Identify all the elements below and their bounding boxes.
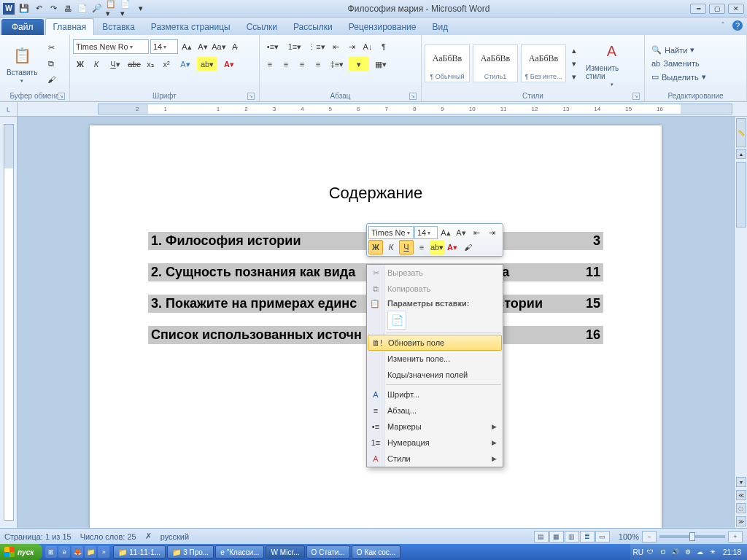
- tab-selector[interactable]: L: [0, 102, 18, 116]
- tab-insert[interactable]: Вставка: [94, 18, 143, 35]
- shrink-font-icon[interactable]: A▾: [196, 39, 210, 54]
- copy-icon[interactable]: ⧉: [44, 56, 58, 71]
- style-gallery[interactable]: АаБбВв¶ Обычный АаБбВвСтиль1 АаБбВв¶ Без…: [425, 44, 579, 82]
- font-size-combo[interactable]: 14▾: [150, 39, 178, 54]
- fullscreen-view-icon[interactable]: ▦: [549, 531, 564, 542]
- ruler-toggle-icon[interactable]: 📏: [736, 118, 746, 147]
- style-scroll-up-icon[interactable]: ▴: [569, 44, 579, 56]
- taskbar-item[interactable]: OКак сос...: [352, 545, 400, 559]
- replace-button[interactable]: abЗаменить: [648, 58, 710, 69]
- taskbar-item[interactable]: 📁3 Про...: [167, 545, 214, 559]
- status-proofing-icon[interactable]: ✗: [145, 532, 152, 541]
- ruler-vertical[interactable]: [4, 124, 14, 521]
- web-view-icon[interactable]: ▥: [565, 531, 579, 542]
- tray-icon[interactable]: 🔊: [670, 547, 681, 557]
- tray-icon[interactable]: O: [658, 547, 668, 557]
- scroll-up-icon[interactable]: ▴: [736, 149, 746, 159]
- select-button[interactable]: ▭Выделить ▾: [648, 71, 710, 83]
- bold-icon[interactable]: Ж: [73, 57, 88, 71]
- change-case-icon[interactable]: Aa▾: [212, 39, 226, 54]
- tab-view[interactable]: Вид: [424, 18, 456, 35]
- qat-btn[interactable]: 📄: [76, 2, 89, 15]
- file-tab[interactable]: Файл: [1, 19, 44, 35]
- undo-icon[interactable]: ↶: [32, 2, 45, 15]
- mini-size-combo[interactable]: 14▾: [414, 226, 438, 239]
- decrease-indent-icon[interactable]: ⇤: [328, 39, 343, 54]
- strike-icon[interactable]: abc: [127, 57, 142, 71]
- save-icon[interactable]: 💾: [18, 2, 31, 15]
- cut-icon[interactable]: ✂: [44, 40, 58, 55]
- tab-mailings[interactable]: Рассылки: [285, 18, 341, 35]
- tab-layout[interactable]: Разметка страницы: [143, 18, 239, 35]
- ql-icon[interactable]: e: [58, 546, 70, 558]
- zoom-slider[interactable]: [659, 535, 725, 538]
- bullets-icon[interactable]: •≡▾: [263, 39, 283, 54]
- borders-icon[interactable]: ▦▾: [371, 57, 391, 71]
- text-effects-icon[interactable]: A▾: [175, 57, 196, 71]
- ql-icon[interactable]: ⊞: [45, 546, 57, 558]
- tab-references[interactable]: Ссылки: [239, 18, 285, 35]
- underline-icon[interactable]: Ч▾: [105, 57, 125, 71]
- qat-btn[interactable]: 🖶: [61, 2, 74, 15]
- paste-option-button[interactable]: 📄: [387, 311, 406, 330]
- bold-icon[interactable]: Ж: [368, 240, 383, 254]
- find-button[interactable]: 🔍Найти ▾: [648, 44, 710, 56]
- grow-font-icon[interactable]: A▴: [438, 225, 453, 240]
- print-layout-view-icon[interactable]: ▤: [534, 531, 549, 542]
- paste-button[interactable]: 📋 Вставить ▾: [3, 42, 41, 86]
- increase-indent-icon[interactable]: ⇥: [344, 39, 359, 54]
- increase-indent-icon[interactable]: ⇥: [484, 225, 499, 240]
- qat-btn[interactable]: 🔎: [90, 2, 104, 15]
- ql-more-icon[interactable]: »: [98, 546, 109, 558]
- qat-btn[interactable]: 📄▾: [120, 2, 133, 15]
- shrink-font-icon[interactable]: A▾: [454, 225, 468, 240]
- cm-bullets[interactable]: •≡Маркеры▶: [367, 419, 503, 435]
- line-spacing-icon[interactable]: ‡≡▾: [327, 57, 347, 71]
- ql-icon[interactable]: 📁: [85, 546, 96, 558]
- tray-clock[interactable]: 21:18: [720, 548, 744, 556]
- dialog-launcher-icon[interactable]: ↘: [632, 93, 640, 100]
- qat-btn[interactable]: 📋▾: [105, 2, 118, 15]
- font-color-icon[interactable]: A▾: [219, 57, 239, 71]
- align-center-icon[interactable]: ≡: [414, 240, 429, 254]
- shading-icon[interactable]: ▾: [349, 57, 369, 71]
- taskbar-item[interactable]: OСтати...: [306, 545, 350, 559]
- cm-numbering[interactable]: 1≡Нумерация▶: [367, 435, 503, 451]
- cm-edit-field[interactable]: Изменить поле...: [367, 351, 503, 367]
- tray-icon[interactable]: ⚙: [683, 547, 693, 557]
- numbering-icon[interactable]: 1≡▾: [285, 39, 305, 54]
- tab-home[interactable]: Главная: [45, 18, 95, 35]
- justify-icon[interactable]: ≡: [311, 57, 325, 71]
- start-button[interactable]: пуск: [0, 544, 42, 560]
- change-styles-button[interactable]: A Изменить стили ▾: [582, 37, 641, 90]
- subscript-icon[interactable]: x₂: [143, 57, 158, 71]
- status-language[interactable]: русский: [160, 532, 189, 541]
- qat-dropdown-icon[interactable]: ▾: [134, 2, 147, 15]
- next-page-icon[interactable]: ≫: [736, 516, 746, 526]
- highlight-icon[interactable]: ab▾: [430, 240, 444, 254]
- close-button[interactable]: ✕: [728, 4, 744, 14]
- superscript-icon[interactable]: x²: [159, 57, 174, 71]
- tray-icon[interactable]: ☁: [695, 547, 705, 557]
- align-center-icon[interactable]: ≡: [279, 57, 293, 71]
- align-left-icon[interactable]: ≡: [263, 57, 277, 71]
- align-right-icon[interactable]: ≡: [295, 57, 309, 71]
- italic-icon[interactable]: К: [89, 57, 104, 71]
- font-name-combo[interactable]: Times New Ro▾: [73, 39, 149, 54]
- redo-icon[interactable]: ↷: [47, 2, 60, 15]
- sort-icon[interactable]: A↓: [360, 39, 375, 54]
- style-more-icon[interactable]: ▾: [569, 71, 579, 82]
- format-painter-icon[interactable]: 🖌: [44, 72, 58, 87]
- vertical-scrollbar[interactable]: 📏 ▴ ▾ ≪ ◌ ≫: [734, 117, 747, 528]
- style-item[interactable]: АаБбВв¶ Обычный: [425, 44, 470, 82]
- status-words[interactable]: Число слов: 25: [80, 532, 136, 541]
- highlight-icon[interactable]: ab▾: [197, 57, 217, 71]
- taskbar-item[interactable]: e"Класси...: [215, 545, 264, 559]
- tray-icon[interactable]: 🛡: [646, 547, 656, 557]
- cm-field-codes[interactable]: Коды/значения полей: [367, 367, 503, 383]
- taskbar-item[interactable]: 📁11-11-1...: [113, 545, 166, 559]
- clear-format-icon[interactable]: A̶: [228, 39, 242, 54]
- taskbar-item[interactable]: WMicr...: [266, 545, 304, 559]
- tray-icon[interactable]: ☀: [708, 547, 718, 557]
- browse-object-icon[interactable]: ◌: [736, 503, 746, 513]
